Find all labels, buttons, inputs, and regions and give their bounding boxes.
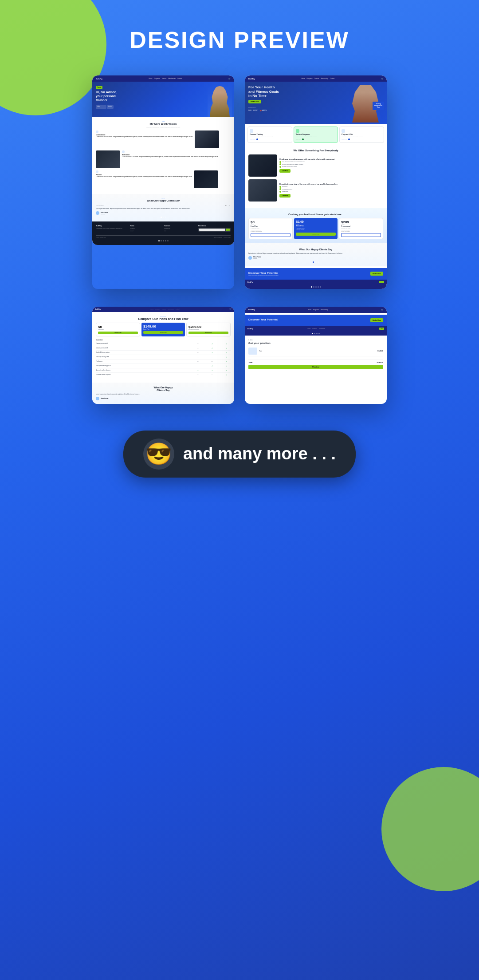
author-avatar-right xyxy=(248,256,252,260)
price-card-pro: $289 /month Professional 10 classes per … xyxy=(339,218,383,239)
nav-link-contact: Contact xyxy=(177,78,182,79)
discover-title: Discover Your Potential xyxy=(248,272,279,274)
fval-4-2: — xyxy=(208,356,216,358)
feature-vals-1: — ✓ ✓ xyxy=(193,343,231,345)
terms-link[interactable]: Terms of Service xyxy=(214,237,222,238)
next-arrow[interactable]: → xyxy=(228,204,231,206)
learn-more-3[interactable]: Learn More xyxy=(342,138,382,140)
footer-dots xyxy=(96,240,231,241)
motivation-text: Cras luctus dui sit amet. Suspendisse fe… xyxy=(122,156,218,158)
check-icon-6 xyxy=(279,191,281,193)
newsletter-submit[interactable]: Send xyxy=(226,229,230,231)
check-text-1: Fully fitted powerlifting and strongman … xyxy=(282,161,305,162)
bottom-row: BulkFig Home Programs Trainers Membershi… xyxy=(0,307,479,422)
cart-footer-nav: BulkFig Home Programs Membership Join xyxy=(245,326,387,332)
price-basic-cta[interactable]: Explore Plan xyxy=(296,233,336,236)
footer-newsletter-form: Send xyxy=(198,228,231,232)
sponsor-apple: 🍎 WATCH xyxy=(260,110,267,111)
membership-nav-links: Home Programs Trainers Membership Contac… xyxy=(150,308,179,310)
book-class-btn[interactable]: Book a Class xyxy=(248,100,261,103)
service-coaches: Be guided every step of the way with one… xyxy=(248,179,383,202)
cart-nav-links: Home Programs Membership xyxy=(308,309,328,311)
author-info-left: Dula Foster Member xyxy=(101,212,108,215)
feature-vals-5: — — ✓ xyxy=(193,360,231,363)
feature-name-1: Classes per month 2 xyxy=(96,343,108,344)
testimonial-dots-left xyxy=(96,217,231,218)
fval-6-2: ✓ xyxy=(208,365,216,367)
page-dot-3 xyxy=(315,286,317,288)
hero-badge-mem-label: Members xyxy=(108,107,112,108)
training-icon-personal xyxy=(250,129,253,133)
preview-right: BulkFig Home Programs Trainers Membershi… xyxy=(245,75,387,289)
cart-item-img-1 xyxy=(248,348,257,355)
mock-hero-left: Trainer Hi, I'm Adison, your personaltra… xyxy=(92,82,234,117)
more-pill-text: and many more . . . xyxy=(183,444,336,463)
compare-basic-cta[interactable]: Explore Plan xyxy=(143,331,183,334)
check-icon-2 xyxy=(279,163,281,165)
cfnav-membership: Membership xyxy=(319,328,325,329)
join-now-1[interactable]: Join Now xyxy=(279,169,291,173)
fval-7-3: ✓ xyxy=(222,369,231,371)
value-motivation: Motivation Cras luctus dui sit amet. Sus… xyxy=(96,150,231,168)
footer-nav-cta[interactable]: Join xyxy=(379,281,384,283)
footer-newsletter-title: Newsletter xyxy=(198,225,231,227)
core-values-title: My Core Work Values xyxy=(96,122,231,125)
fval-8-1: — xyxy=(193,374,202,376)
cart-nav-icon: 🛒 xyxy=(381,308,383,311)
training-card-3-text: Lorem ipsum dolor sit amet consectetur a… xyxy=(342,136,382,138)
learn-more-2[interactable]: Learn More xyxy=(296,138,336,140)
learn-more-2-text: Learn More xyxy=(296,138,302,140)
core-values-section: About My Core Work Values Consectetur ad… xyxy=(92,117,234,194)
check-item-3: Dumbells ranging 5lbs-300lbs xyxy=(279,166,334,168)
cart-title: Get your position xyxy=(248,342,383,344)
author-title-left: Member xyxy=(101,213,108,215)
cart-nav: BulkFig Home Programs Membership 🛒 xyxy=(245,307,387,313)
mock-nav-links-right: Home Programs Trainers Membership Contac… xyxy=(301,78,334,79)
training-card-2-title: Workout Programs xyxy=(296,134,336,135)
footer-dot-2 xyxy=(161,240,162,241)
feature-row-3: Health & fitness guides — ✓ ✓ xyxy=(96,351,231,355)
author-avatar-left xyxy=(96,211,99,215)
prev-arrow[interactable]: ← xyxy=(225,204,227,206)
more-pill-emoji: 😎 xyxy=(143,439,174,470)
footer-col-newsletter: Newsletter Send xyxy=(198,225,231,233)
page-dot-5 xyxy=(320,286,321,288)
fval-4-1: — xyxy=(193,356,202,358)
testimonial-text-right: Eget aliquet sit at lacinia. Magna conse… xyxy=(248,253,383,254)
sponsor-esprit: ESPRIT xyxy=(253,110,258,111)
fval-1-2: ✓ xyxy=(208,343,216,345)
fval-7-2: ✓ xyxy=(208,369,216,371)
price-pro-cta[interactable]: Explore Plan xyxy=(341,233,381,237)
author-title-right: Member xyxy=(253,258,261,259)
cart-footer-links: Home Programs Membership xyxy=(307,328,325,329)
check-text-5: Competitive CrossFit xyxy=(282,189,292,190)
feature-vals-2: — ✓ ✓ xyxy=(193,347,231,349)
checkout-btn[interactable]: Checkout xyxy=(248,365,383,369)
compare-pro-cta[interactable]: Explore Plan xyxy=(188,332,228,334)
learn-more-1[interactable]: Learn More xyxy=(250,138,290,140)
cfnav-join[interactable]: Join xyxy=(379,328,384,330)
join-now-2[interactable]: Join Now xyxy=(279,194,291,198)
compare-free-cta[interactable]: Explore Plan xyxy=(98,332,138,334)
price-free-cta[interactable]: Explore Plan xyxy=(251,233,291,237)
cart-section: 1 item Get your position From $149.00 To… xyxy=(245,336,387,373)
footer-nav-membership: Membership xyxy=(319,281,325,283)
footer-nav-programs: Programs xyxy=(312,281,317,283)
value-passion: Passion Cras luctus dui sit amet. Suspen… xyxy=(96,170,231,188)
training-card-2-text: Lorem ipsum dolor sit amet consectetur a… xyxy=(296,136,336,138)
feature-vals-8: — — ✓ xyxy=(193,374,231,376)
privacy-link[interactable]: Privacy Policy xyxy=(224,237,231,238)
footer-col2-links: MembershipBlogFAQ xyxy=(164,228,196,233)
discover-cta[interactable]: Book a Class xyxy=(370,272,383,276)
testimonial-author-right: Shon Foster Member xyxy=(248,256,383,260)
training-card-1-text: Lorem ipsum dolor sit amet consectetur a… xyxy=(250,136,290,138)
footer-logo: BulkFig xyxy=(96,225,128,227)
cart-icon-right: 🛒 xyxy=(381,78,383,80)
training-icon-workout xyxy=(296,129,299,133)
cart-nav-logo: BulkFig xyxy=(248,308,255,311)
page-header: DESIGN PREVIEW xyxy=(0,0,479,67)
discover-right-cta[interactable]: Book a Class xyxy=(370,318,383,322)
page-dot-4 xyxy=(318,286,319,288)
newsletter-input[interactable] xyxy=(199,229,225,231)
cart-preview: BulkFig Home Programs Membership 🛒 Disco… xyxy=(245,307,387,404)
